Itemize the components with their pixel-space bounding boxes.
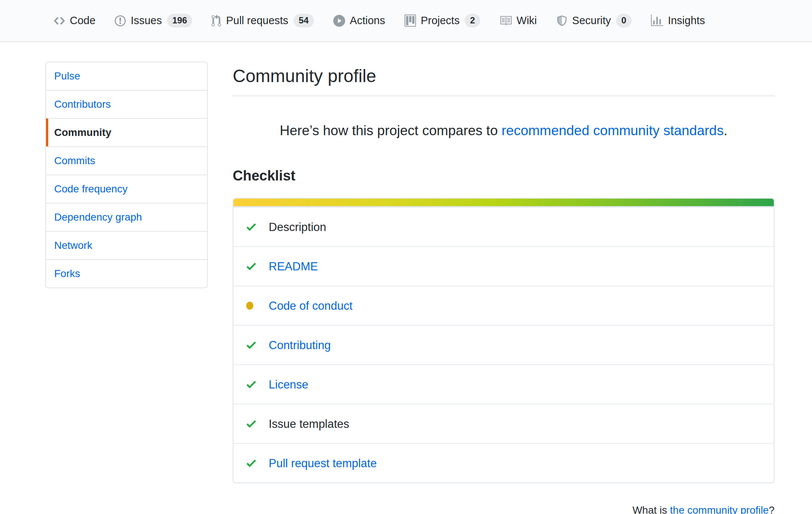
main-content: Community profile Here’s how this projec… (233, 42, 775, 514)
intro-suffix: . (724, 123, 727, 138)
counter-badge: 0 (616, 14, 631, 27)
repo-nav: Code Issues 196 Pull requests 54 Actions… (0, 0, 812, 42)
checklist-item-link[interactable]: Pull request template (269, 458, 377, 469)
checklist-item-link[interactable]: Contributing (269, 339, 331, 351)
intro-text: Here’s how this project compares to reco… (233, 122, 775, 139)
sidebar-item-community[interactable]: Community (46, 118, 207, 146)
book-icon (500, 14, 512, 27)
check-icon (246, 417, 261, 430)
sidebar-item-pulse[interactable]: Pulse (46, 62, 207, 90)
bar-graph-icon (651, 14, 663, 27)
completion-meter (233, 199, 774, 207)
tab-label: Projects (421, 15, 460, 26)
community-profile-help-link[interactable]: the community profile (670, 504, 769, 514)
tab-label: Code (70, 15, 95, 26)
sidebar-item-dependency-graph[interactable]: Dependency graph (46, 203, 207, 231)
tab-projects[interactable]: Projects 2 (405, 14, 480, 27)
footer-prefix: What is (632, 504, 670, 514)
pull-request-icon (212, 14, 221, 27)
counter-badge: 54 (294, 14, 314, 27)
sidebar-item-commits[interactable]: Commits (46, 146, 207, 175)
tab-label: Insights (668, 15, 705, 26)
checklist-item: Description (233, 207, 774, 246)
tab-label: Pull requests (226, 15, 288, 26)
project-board-icon (405, 14, 416, 27)
checklist-item-link[interactable]: Code of conduct (269, 300, 353, 312)
issue-opened-icon (115, 14, 126, 27)
check-icon (246, 339, 261, 351)
counter-badge: 2 (465, 14, 480, 27)
tab-code[interactable]: Code (54, 14, 95, 27)
tab-security[interactable]: Security 0 (556, 14, 632, 27)
checklist-item: License (233, 364, 774, 404)
checklist-item-label: Issue templates (269, 418, 349, 430)
check-icon (246, 378, 261, 391)
pending-dot-icon (246, 301, 261, 310)
tab-label: Actions (350, 15, 385, 26)
checklist-box: Description README Code of conduct Contr… (233, 198, 775, 483)
tab-issues[interactable]: Issues 196 (115, 14, 192, 27)
sidebar-item-contributors[interactable]: Contributors (46, 90, 207, 118)
checklist-item: Code of conduct (233, 286, 774, 325)
sidebar-item-code-frequency[interactable]: Code frequency (46, 175, 207, 203)
footer-note: What is the community profile? (233, 504, 775, 514)
checklist-item-link[interactable]: README (269, 261, 318, 272)
tab-label: Issues (131, 15, 162, 26)
checklist-item: README (233, 246, 774, 286)
insights-sidebar: Pulse Contributors Community Commits Cod… (45, 62, 208, 288)
checklist-item-link[interactable]: License (269, 379, 308, 390)
check-icon (246, 260, 261, 273)
sidebar-item-forks[interactable]: Forks (46, 259, 207, 287)
community-standards-link[interactable]: recommended community standards (502, 123, 724, 138)
checklist-item-label: Description (269, 221, 326, 233)
footer-suffix: ? (769, 504, 775, 514)
check-icon (246, 221, 261, 233)
tab-wiki[interactable]: Wiki (500, 14, 537, 27)
page-title: Community profile (233, 66, 775, 96)
page-layout: Pulse Contributors Community Commits Cod… (0, 42, 812, 514)
tab-label: Wiki (517, 15, 537, 26)
tab-actions[interactable]: Actions (333, 15, 385, 27)
checklist-heading: Checklist (233, 167, 775, 184)
counter-badge: 196 (167, 14, 192, 27)
tab-insights[interactable]: Insights (651, 14, 705, 27)
checklist-item: Issue templates (233, 404, 774, 443)
tab-label: Security (572, 15, 611, 26)
tab-pull-requests[interactable]: Pull requests 54 (212, 14, 314, 27)
checklist-item: Contributing (233, 325, 774, 364)
intro-prefix: Here’s how this project compares to (280, 123, 502, 138)
play-icon (333, 15, 345, 27)
checklist-item: Pull request template (233, 443, 774, 482)
code-icon (54, 14, 65, 27)
shield-icon (556, 14, 567, 27)
check-icon (246, 457, 261, 469)
sidebar-item-network[interactable]: Network (46, 231, 207, 259)
